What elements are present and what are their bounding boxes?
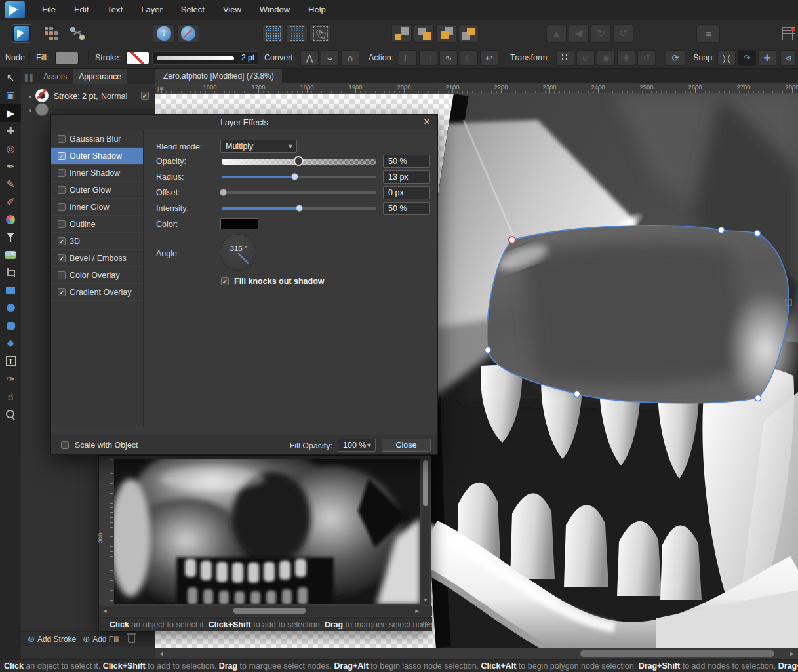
intensity-value-field[interactable]: 50 %	[383, 202, 430, 215]
contour-tool[interactable]: ◎	[0, 140, 21, 157]
effect-checkbox[interactable]	[58, 203, 66, 211]
move-tool[interactable]: ↖	[0, 69, 21, 87]
snap-to-curve-button[interactable]: ↷	[738, 50, 756, 66]
reference-photo[interactable]	[114, 459, 420, 604]
curve-node[interactable]	[755, 231, 761, 237]
add-stroke-button[interactable]: Add Stroke	[37, 635, 76, 644]
effect-checkbox[interactable]	[58, 271, 66, 279]
scroll-left-icon[interactable]: ◄	[157, 648, 166, 659]
rounded-rectangle-tool[interactable]	[0, 317, 21, 334]
canvas-h-scrollbar[interactable]: ◄ ►	[155, 648, 798, 659]
convert-smooth-button[interactable]: ∩	[341, 50, 359, 66]
stroke-row-blend[interactable]: Normal	[101, 92, 127, 101]
offset-slider[interactable]	[222, 186, 376, 199]
designer-persona-button[interactable]	[12, 24, 31, 43]
construction-snap-button[interactable]: ⊲	[780, 50, 796, 66]
effect-item-inner-glow[interactable]: Inner Glow	[51, 199, 143, 216]
menu-help[interactable]: Help	[299, 0, 335, 20]
transform-center-button[interactable]: ⊕	[576, 50, 595, 66]
convert-sharp-button[interactable]: ⋀	[300, 50, 319, 66]
place-image-tool[interactable]	[0, 246, 21, 264]
stroke-swatch[interactable]	[126, 52, 150, 64]
zoom-tool[interactable]	[0, 405, 21, 423]
menu-select[interactable]: Select	[172, 0, 214, 20]
vector-brush-tool[interactable]: ✐	[0, 193, 21, 210]
scroll-left-icon[interactable]: ◄	[100, 606, 110, 616]
pen-tool[interactable]: ✒	[0, 157, 21, 175]
point-transform-tool[interactable]: ✚	[0, 122, 21, 140]
scale-with-object-row[interactable]: Scale with Object	[61, 441, 138, 450]
radius-value-field[interactable]: 13 px	[383, 170, 430, 184]
panel-grip[interactable]: ▌▌	[21, 74, 37, 84]
stroke-row-checkbox[interactable]: ✓	[141, 92, 149, 100]
crop-tool[interactable]	[0, 264, 21, 281]
action-break-button[interactable]: ⊢	[399, 50, 417, 66]
tab-appearance[interactable]: Appearance	[73, 69, 127, 84]
blend-mode-dropdown[interactable]: Multiply▾	[220, 140, 297, 153]
transform-show-button[interactable]: ◉	[597, 50, 615, 66]
pixel-persona-button[interactable]	[41, 24, 62, 43]
forward-one-button[interactable]	[436, 24, 456, 43]
move-to-back-button[interactable]	[391, 24, 412, 43]
menu-view[interactable]: View	[214, 0, 250, 20]
select-objects-button[interactable]	[309, 24, 331, 43]
curve-node[interactable]	[719, 227, 725, 233]
tab-assets[interactable]: Assets	[37, 69, 73, 84]
insert-behind-button[interactable]	[177, 24, 199, 43]
scroll-right-icon[interactable]: ►	[412, 606, 422, 616]
v-scroll-thumb[interactable]	[423, 460, 428, 506]
artboard-tool[interactable]: ▣	[0, 87, 21, 104]
add-fill-button[interactable]: Add Fill	[92, 635, 119, 644]
scroll-right-icon[interactable]: ►	[788, 648, 797, 659]
pencil-tool[interactable]: ✎	[0, 175, 21, 193]
effect-checkbox[interactable]: ✓	[58, 237, 66, 245]
fill-swatch-circle-icon[interactable]	[35, 103, 49, 116]
export-persona-button[interactable]	[67, 24, 88, 43]
fill-swatch[interactable]	[55, 52, 79, 64]
h-scroll-thumb[interactable]	[580, 650, 774, 657]
stroke-swatch-ring-icon[interactable]	[35, 89, 49, 102]
effect-item-gaussian-blur[interactable]: Gaussian Blur	[51, 130, 143, 148]
stroke-width-control[interactable]: 2 pt	[152, 51, 258, 65]
effect-item-color-overlay[interactable]: Color Overlay	[51, 267, 143, 284]
close-button[interactable]: Close	[382, 439, 431, 452]
cycle-transform-button[interactable]: ⟳	[666, 50, 685, 66]
action-join-button[interactable]: ⊪	[460, 50, 478, 66]
transform-align-button[interactable]: ✚	[617, 50, 635, 66]
fill-tool[interactable]	[0, 210, 21, 228]
intensity-slider[interactable]	[222, 202, 376, 215]
star-tool[interactable]: ✹	[0, 334, 21, 352]
effect-checkbox[interactable]	[58, 135, 66, 143]
flip-vertical-button[interactable]: ◀	[569, 24, 589, 43]
alignment-button[interactable]: ≡	[696, 24, 720, 43]
effect-item-outline[interactable]: Outline	[51, 216, 143, 233]
effect-checkbox[interactable]	[58, 186, 66, 194]
knockout-row[interactable]: ✓ Fill knocks out shadow	[221, 277, 325, 286]
transparency-tool[interactable]	[0, 228, 21, 246]
insert-inside-button[interactable]: ⇧	[153, 24, 175, 43]
dialog-close-icon[interactable]: ✕	[422, 117, 432, 127]
curve-node[interactable]	[574, 391, 580, 397]
reference-document-window[interactable]: 300	[98, 455, 431, 631]
menu-file[interactable]: File	[33, 0, 65, 20]
action-smooth-button[interactable]: ∿	[439, 50, 458, 66]
menu-window[interactable]: Window	[250, 0, 299, 20]
curve-node[interactable]	[485, 347, 491, 353]
effect-item-inner-shadow[interactable]: Inner Shadow	[51, 165, 143, 182]
angle-dial[interactable]: 315 °	[220, 234, 256, 271]
grid-options-button[interactable]	[780, 24, 797, 43]
effect-item-3d[interactable]: ✓3D	[51, 233, 143, 250]
curve-node[interactable]	[755, 395, 761, 401]
view-tool[interactable]: ☝	[0, 387, 21, 405]
rectangle-tool[interactable]	[0, 281, 21, 299]
shadow-color-swatch[interactable]	[220, 218, 258, 229]
menu-layer[interactable]: Layer	[132, 0, 172, 20]
menu-edit[interactable]: Edit	[65, 0, 98, 20]
resize-grip-icon[interactable]	[422, 621, 429, 627]
move-to-front-button[interactable]	[458, 24, 479, 43]
effect-checkbox[interactable]: ✓	[58, 152, 66, 160]
effect-item-gradient-overlay[interactable]: ✓Gradient Overlay	[51, 284, 143, 301]
effect-checkbox[interactable]	[58, 169, 66, 177]
reference-h-scrollbar[interactable]: ◄ ►	[99, 606, 432, 616]
snap-aligned-button[interactable]: ✚	[758, 50, 776, 66]
